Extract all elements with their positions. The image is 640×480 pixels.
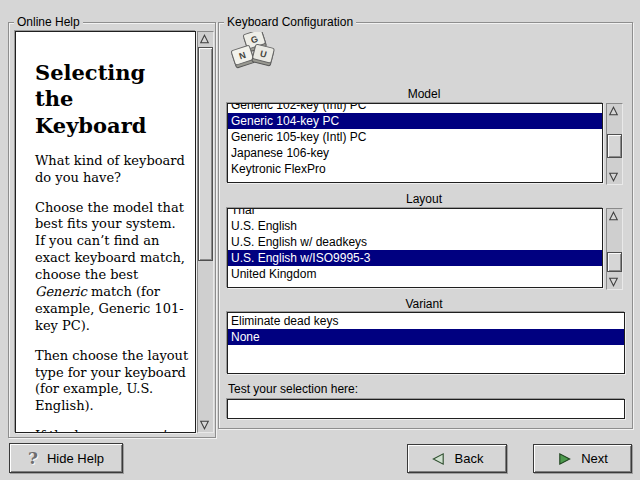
- scroll-up-icon[interactable]: [608, 210, 619, 222]
- scroll-up-icon[interactable]: [199, 33, 210, 45]
- hide-help-button-label: Hide Help: [47, 451, 104, 466]
- scrollbar-thumb[interactable]: [607, 134, 622, 158]
- help-paragraph: Choose the model that best fits your sys…: [35, 200, 189, 335]
- back-button[interactable]: Back: [407, 444, 507, 473]
- help-paragraph: Then choose the layout type for your key…: [35, 348, 189, 416]
- variant-list[interactable]: Eliminate dead keysNone: [227, 312, 625, 374]
- scrollbar-thumb[interactable]: [198, 47, 213, 261]
- layout-list[interactable]: ThaiU.S. EnglishU.S. English w/ deadkeys…: [227, 208, 603, 288]
- keyboard-config-frame-label: Keyboard Configuration: [224, 15, 356, 29]
- model-list[interactable]: Generic 102-key (Intl) PCGeneric 104-key…: [227, 103, 603, 183]
- help-text-run: Choose the model that best fits your sys…: [35, 200, 185, 283]
- help-scrollbar[interactable]: [197, 31, 214, 433]
- help-heading: Selecting the Keyboard: [35, 60, 189, 139]
- list-item[interactable]: U.S. English: [228, 218, 602, 234]
- list-item[interactable]: Generic 105-key (Intl) PC: [228, 129, 602, 145]
- help-content: Selecting the Keyboard What kind of keyb…: [16, 32, 195, 433]
- list-item[interactable]: Generic 104-key PC: [228, 113, 602, 129]
- scroll-down-icon[interactable]: [608, 171, 619, 183]
- list-item[interactable]: U.S. English w/ deadkeys: [228, 234, 602, 250]
- list-item[interactable]: Thai: [228, 208, 602, 218]
- online-help-frame: Online Help Selecting the Keyboard What …: [8, 22, 216, 438]
- keyboard-test-input[interactable]: [227, 399, 625, 419]
- scrollbar-thumb[interactable]: [607, 252, 622, 272]
- online-help-frame-label: Online Help: [14, 15, 83, 29]
- layout-section-label: Layout: [227, 192, 621, 206]
- list-item[interactable]: None: [228, 329, 624, 345]
- layout-list-scrollbar[interactable]: [606, 208, 623, 290]
- list-item[interactable]: Japanese 106-key: [228, 145, 602, 161]
- next-button[interactable]: Next: [533, 444, 632, 473]
- keyboard-config-frame: Keyboard Configuration G N U Model Gener…: [218, 22, 633, 429]
- installer-window: Online Help Selecting the Keyboard What …: [0, 0, 640, 480]
- next-arrow-icon: [557, 452, 572, 466]
- help-text-panel: Selecting the Keyboard What kind of keyb…: [15, 31, 196, 433]
- next-button-label: Next: [581, 451, 608, 466]
- back-button-label: Back: [455, 451, 484, 466]
- hide-help-button[interactable]: ? Hide Help: [9, 443, 123, 473]
- back-arrow-icon: [431, 452, 446, 466]
- model-section-label: Model: [227, 87, 621, 101]
- question-mark-icon: ?: [28, 450, 38, 467]
- variant-section-label: Variant: [227, 297, 621, 311]
- help-paragraph: If the language you’ve selected uses spe…: [35, 428, 189, 433]
- help-text-run-italic: Generic: [35, 284, 87, 299]
- list-item[interactable]: Generic 102-key (Intl) PC: [228, 103, 602, 113]
- gnu-keyboard-keys-icon: G N U: [228, 32, 280, 74]
- list-item[interactable]: United Kingdom: [228, 266, 602, 282]
- model-list-scrollbar[interactable]: [606, 103, 623, 185]
- scroll-down-icon[interactable]: [608, 276, 619, 288]
- list-item[interactable]: U.S. English w/ISO9995-3: [228, 250, 602, 266]
- test-selection-label: Test your selection here:: [228, 382, 358, 396]
- help-paragraph: What kind of keyboard do you have?: [35, 153, 189, 187]
- list-item[interactable]: Keytronic FlexPro: [228, 161, 602, 177]
- scroll-up-icon[interactable]: [608, 105, 619, 117]
- list-item[interactable]: Eliminate dead keys: [228, 313, 624, 329]
- scroll-down-icon[interactable]: [199, 419, 210, 431]
